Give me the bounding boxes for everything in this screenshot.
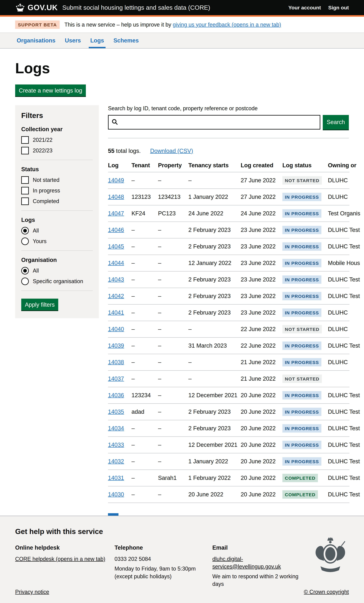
checkbox-icon[interactable] — [21, 147, 29, 154]
cell-log-status: COMPLETED — [282, 486, 328, 503]
table-row: 14046––2 February 202323 June 2022IN PRO… — [108, 222, 350, 238]
cell-log-created: 20 June 2022 — [241, 486, 282, 503]
nav-organisations[interactable]: Organisations — [15, 33, 57, 48]
search-button[interactable]: Search — [323, 115, 349, 129]
radio-icon[interactable] — [21, 278, 29, 285]
table-row: 1404812312312342131 January 202227 June … — [108, 189, 350, 205]
log-id-link[interactable]: 14041 — [108, 309, 124, 316]
email-title: Email — [212, 545, 306, 551]
log-id-link[interactable]: 14048 — [108, 194, 124, 200]
log-id-link[interactable]: 14039 — [108, 342, 124, 349]
log-id-link[interactable]: 14042 — [108, 293, 124, 299]
sign-out-link[interactable]: Sign out — [328, 5, 349, 11]
nav-users[interactable]: Users — [63, 33, 82, 48]
privacy-notice-link[interactable]: Privacy notice — [15, 589, 49, 595]
log-id-link[interactable]: 14046 — [108, 227, 124, 233]
nav-schemes[interactable]: Schemes — [112, 33, 140, 48]
log-id-link[interactable]: 14049 — [108, 177, 124, 184]
feedback-link[interactable]: giving us your feedback (opens in a new … — [173, 22, 281, 28]
cell-tenancy-starts: 1 February 2022 — [188, 470, 241, 486]
log-id-link[interactable]: 14032 — [108, 458, 124, 464]
log-id-link[interactable]: 14037 — [108, 375, 124, 382]
radio-logs-all[interactable]: All — [21, 227, 93, 234]
nav-logs[interactable]: Logs — [89, 33, 106, 48]
filter-divider — [21, 160, 93, 160]
cell-log: 14037 — [108, 371, 131, 387]
cell-tenant: – — [131, 304, 158, 321]
search-input[interactable] — [121, 119, 317, 126]
search-label: Search by log ID, tenant code, property … — [108, 105, 349, 112]
filter-divider — [21, 290, 93, 291]
log-id-link[interactable]: 14047 — [108, 210, 124, 217]
total-logs-suffix: total logs. — [116, 148, 141, 154]
cell-owning-org: DLUHC — [328, 189, 350, 205]
radio-organisation-all[interactable]: All — [21, 267, 93, 275]
cell-tenant: – — [131, 420, 158, 437]
create-lettings-log-button[interactable]: Create a new lettings log — [15, 84, 86, 96]
log-id-link[interactable]: 14031 — [108, 475, 124, 481]
cell-tenancy-starts: 12 December 2021 — [188, 387, 241, 404]
cell-log-created: 21 June 2022 — [241, 354, 282, 371]
cell-log-created: 27 June 2022 — [241, 189, 282, 205]
log-id-link[interactable]: 14044 — [108, 260, 124, 266]
checkbox-not-started[interactable]: Not started — [21, 176, 93, 184]
filter-group-organisation: Organisation All Specific organisation — [21, 257, 93, 285]
checkbox-completed[interactable]: Completed — [21, 197, 93, 205]
phase-banner-text: This is a new service – help us improve … — [64, 22, 281, 28]
email-link[interactable]: dluhc.digital-services@levellingup.gov.u… — [212, 556, 281, 570]
telephone-hours: Monday to Friday, 9am to 5:30pm — [115, 565, 212, 572]
radio-icon-selected[interactable] — [21, 227, 29, 234]
service-name[interactable]: Submit social housing lettings and sales… — [62, 4, 210, 11]
core-helpdesk-link[interactable]: CORE helpdesk (opens in a new tab) — [15, 556, 105, 562]
beta-tag: SUPPORT BETA — [15, 21, 59, 29]
cell-log-created: 22 June 2022 — [241, 337, 282, 354]
cell-tenancy-starts: 31 March 2023 — [188, 337, 241, 354]
cell-owning-org: DLUHC Test — [328, 288, 350, 304]
crown-copyright-link[interactable]: © Crown copyright — [304, 589, 349, 595]
download-csv-link[interactable]: Download (CSV) — [150, 148, 193, 154]
status-badge: IN PROGRESS — [282, 391, 321, 399]
cell-owning-org: DLUHC Test — [328, 387, 350, 404]
checkbox-icon[interactable] — [21, 176, 29, 184]
radio-icon[interactable] — [21, 237, 29, 245]
govuk-logo[interactable]: GOV.UK — [15, 3, 58, 12]
log-id-link[interactable]: 14045 — [108, 243, 124, 250]
cell-log-status: IN PROGRESS — [282, 420, 328, 437]
log-id-link[interactable]: 14036 — [108, 392, 124, 398]
log-id-link[interactable]: 14038 — [108, 359, 124, 365]
cell-log-created: 27 June 2022 — [241, 172, 282, 189]
checkbox-icon[interactable] — [21, 197, 29, 205]
log-id-link[interactable]: 14034 — [108, 425, 124, 431]
apply-filters-button[interactable]: Apply filters — [21, 299, 58, 310]
col-header-tenancy-starts: Tenancy starts — [188, 162, 241, 172]
radio-icon-selected[interactable] — [21, 267, 29, 275]
footer-email-column: Email dluhc.digital-services@levellingup… — [212, 545, 306, 590]
filter-group-status: Status Not started In progress Completed — [21, 166, 93, 205]
cell-log-created: 23 June 2022 — [241, 271, 282, 288]
cell-log-status: IN PROGRESS — [282, 189, 328, 205]
crown-icon — [15, 3, 28, 12]
log-id-link[interactable]: 14040 — [108, 326, 124, 332]
status-badge: IN PROGRESS — [282, 424, 321, 432]
cell-log: 14043 — [108, 271, 131, 288]
checkbox-icon[interactable] — [21, 187, 29, 194]
cell-property: 1234213 — [158, 189, 188, 205]
log-id-link[interactable]: 14043 — [108, 276, 124, 283]
checkbox-2021-22[interactable]: 2021/22 — [21, 136, 93, 144]
cell-property: – — [158, 420, 188, 437]
col-header-log-created: Log created — [241, 162, 282, 172]
log-id-link[interactable]: 14033 — [108, 442, 124, 448]
checkbox-icon[interactable] — [21, 136, 29, 144]
logs-table: Log Tenant Property Tenancy starts Log c… — [108, 162, 350, 503]
checkbox-2022-23[interactable]: 2022/23 — [21, 147, 93, 154]
log-id-link[interactable]: 14030 — [108, 491, 124, 498]
checkbox-in-progress[interactable]: In progress — [21, 187, 93, 194]
radio-organisation-specific[interactable]: Specific organisation — [21, 278, 93, 285]
cell-log-status: IN PROGRESS — [282, 453, 328, 470]
radio-logs-yours[interactable]: Yours — [21, 237, 93, 245]
cell-log-created: 24 June 2022 — [241, 205, 282, 222]
cell-log-created: 23 June 2022 — [241, 288, 282, 304]
your-account-link[interactable]: Your account — [288, 5, 321, 11]
results-section: Search by log ID, tenant code, property … — [108, 105, 349, 552]
log-id-link[interactable]: 14035 — [108, 409, 124, 415]
